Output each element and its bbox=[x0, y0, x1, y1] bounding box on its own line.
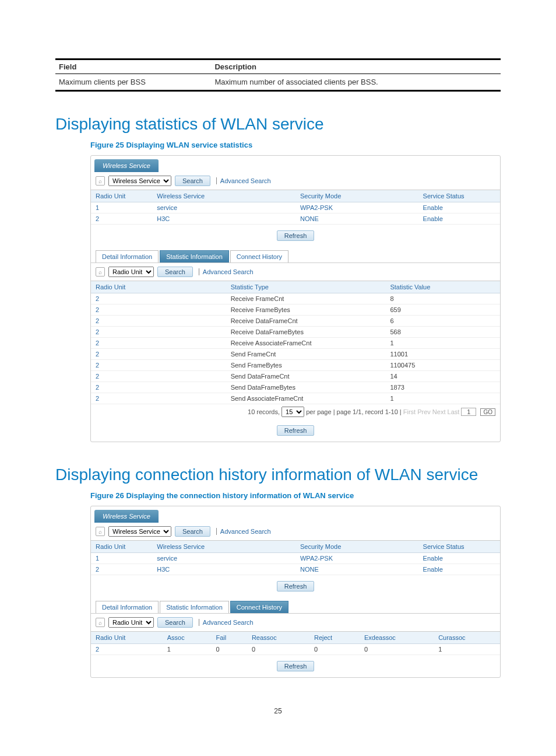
section-heading-statistics: Displaying statistics of WLAN service bbox=[55, 115, 501, 134]
cell-field: Maximum clients per BSS bbox=[55, 74, 211, 91]
conn-advanced-search-link[interactable]: Advanced Search bbox=[199, 619, 254, 626]
wireless-service-tab[interactable]: Wireless Service bbox=[94, 510, 159, 523]
pager-nav[interactable]: First Prev Next Last bbox=[403, 408, 460, 415]
pager: 10 records, 15 per page | page 1/1, reco… bbox=[91, 404, 500, 419]
table-row: 2Receive DataFrameCnt6 bbox=[91, 316, 500, 327]
col-statistic-value[interactable]: Statistic Value bbox=[385, 281, 500, 293]
tab-detail-information[interactable]: Detail Information bbox=[96, 601, 159, 613]
pager-page-input[interactable]: 1 bbox=[461, 408, 476, 416]
table-row: 1 service WPA2-PSK Enable bbox=[91, 202, 500, 214]
refresh-button[interactable]: Refresh bbox=[277, 581, 315, 592]
table-row: 2Send AssociateFrameCnt1 bbox=[91, 393, 500, 404]
col-reassoc[interactable]: Reassoc bbox=[247, 632, 309, 644]
col-service-status[interactable]: Service Status bbox=[418, 541, 500, 553]
col-wireless-service[interactable]: Wireless Service bbox=[152, 541, 295, 553]
col-field: Field bbox=[55, 60, 211, 74]
wireless-service-table: Radio Unit Wireless Service Security Mod… bbox=[91, 541, 500, 575]
statistic-table: Radio Unit Statistic Type Statistic Valu… bbox=[91, 281, 500, 404]
col-assoc[interactable]: Assoc bbox=[163, 632, 212, 644]
table-row: 2 1 0 0 0 0 1 bbox=[91, 644, 500, 655]
col-radio-unit[interactable]: Radio Unit bbox=[91, 190, 152, 202]
col-description: Description bbox=[211, 60, 501, 74]
search-type-select[interactable]: Wireless Service bbox=[108, 526, 171, 537]
table-row: 2Send FrameBytes1100475 bbox=[91, 360, 500, 371]
search-icon: ⌕ bbox=[96, 267, 105, 276]
col-wireless-service[interactable]: Wireless Service bbox=[152, 190, 295, 202]
figure-25-caption: Figure 25 Displaying WLAN service statis… bbox=[90, 141, 501, 149]
col-security-mode[interactable]: Security Mode bbox=[295, 190, 418, 202]
table-row: 2Receive DataFrameBytes568 bbox=[91, 327, 500, 338]
tab-statistic-information[interactable]: Statistic Information bbox=[160, 601, 229, 613]
col-radio-unit[interactable]: Radio Unit bbox=[91, 281, 226, 293]
search-type-select[interactable]: Wireless Service bbox=[108, 176, 171, 186]
advanced-search-link[interactable]: Advanced Search bbox=[216, 177, 271, 184]
section-heading-connection-history: Displaying connection history informatio… bbox=[55, 466, 501, 484]
table-row: 2Receive FrameBytes659 bbox=[91, 304, 500, 316]
search-icon: ⌕ bbox=[96, 527, 105, 536]
stat-search-select[interactable]: Radio Unit bbox=[108, 267, 154, 277]
pager-per-page-select[interactable]: 15 bbox=[281, 407, 304, 417]
sub-tabs: Detail Information Statistic Information… bbox=[96, 250, 500, 262]
col-radio-unit[interactable]: Radio Unit bbox=[91, 632, 163, 644]
pager-go-button[interactable]: GO bbox=[480, 408, 495, 416]
advanced-search-link[interactable]: Advanced Search bbox=[216, 528, 271, 535]
tab-statistic-information[interactable]: Statistic Information bbox=[160, 250, 229, 262]
col-fail[interactable]: Fail bbox=[211, 632, 247, 644]
search-button[interactable]: Search bbox=[175, 526, 210, 537]
table-row: 2Send DataFrameCnt14 bbox=[91, 371, 500, 382]
tab-connect-history[interactable]: Connect History bbox=[230, 601, 288, 613]
table-row: 2 H3C NONE Enable bbox=[91, 564, 500, 575]
col-service-status[interactable]: Service Status bbox=[418, 190, 500, 202]
tab-detail-information[interactable]: Detail Information bbox=[96, 250, 159, 262]
stat-search-button[interactable]: Search bbox=[157, 267, 193, 277]
col-statistic-type[interactable]: Statistic Type bbox=[226, 281, 386, 293]
figure-26-screenshot: Wireless Service ⌕ Wireless Service Sear… bbox=[90, 506, 501, 678]
stat-advanced-search-link[interactable]: Advanced Search bbox=[199, 268, 254, 275]
wireless-service-tab[interactable]: Wireless Service bbox=[94, 159, 159, 172]
pager-info: per page | page 1/1, record 1-10 | bbox=[306, 408, 402, 415]
col-security-mode[interactable]: Security Mode bbox=[295, 541, 418, 553]
table-row: 2Send DataFrameBytes1873 bbox=[91, 382, 500, 393]
sub-tabs: Detail Information Statistic Information… bbox=[96, 601, 500, 613]
table-row: 2 H3C NONE Enable bbox=[91, 214, 500, 225]
col-radio-unit[interactable]: Radio Unit bbox=[91, 541, 152, 553]
col-exdeassoc[interactable]: Exdeassoc bbox=[360, 632, 434, 644]
figure-26-caption: Figure 26 Displaying the connection hist… bbox=[90, 491, 501, 500]
field-description-table: Field Description Maximum clients per BS… bbox=[55, 58, 501, 92]
cell-description: Maximum number of associated clients per… bbox=[211, 74, 501, 91]
figure-25-screenshot: Wireless Service ⌕ Wireless Service Sear… bbox=[90, 155, 501, 442]
search-icon: ⌕ bbox=[96, 176, 105, 186]
table-row: 2Send FrameCnt11001 bbox=[91, 349, 500, 360]
wireless-service-table: Radio Unit Wireless Service Security Mod… bbox=[91, 190, 500, 225]
col-reject[interactable]: Reject bbox=[309, 632, 360, 644]
conn-search-select[interactable]: Radio Unit bbox=[108, 617, 154, 628]
table-row: 2Receive FrameCnt8 bbox=[91, 293, 500, 304]
refresh-button-bottom[interactable]: Refresh bbox=[277, 425, 315, 436]
col-curassoc[interactable]: Curassoc bbox=[434, 632, 500, 644]
connect-history-table: Radio Unit Assoc Fail Reassoc Reject Exd… bbox=[91, 632, 500, 655]
search-button[interactable]: Search bbox=[175, 176, 210, 186]
pager-records: 10 records, bbox=[248, 408, 280, 415]
refresh-button-bottom[interactable]: Refresh bbox=[277, 661, 315, 671]
refresh-button[interactable]: Refresh bbox=[277, 230, 315, 241]
search-icon: ⌕ bbox=[96, 618, 105, 627]
conn-search-button[interactable]: Search bbox=[157, 617, 193, 628]
table-row: 1 service WPA2-PSK Enable bbox=[91, 553, 500, 564]
tab-connect-history[interactable]: Connect History bbox=[230, 250, 288, 262]
table-row: 2Receive AssociateFrameCnt1 bbox=[91, 338, 500, 349]
page-number: 25 bbox=[55, 707, 501, 715]
